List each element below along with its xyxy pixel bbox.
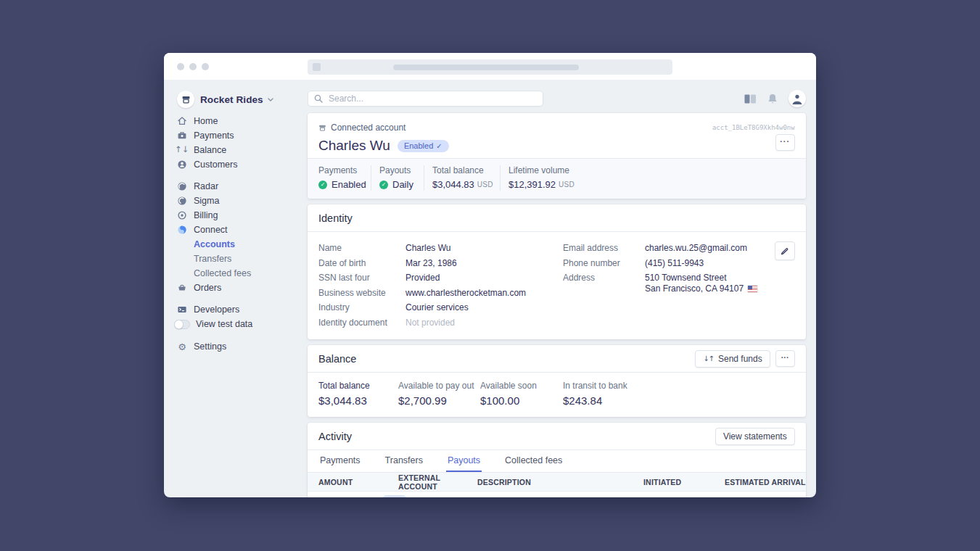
- bell-icon[interactable]: [767, 94, 778, 104]
- account-id: acct_1BLeT8G9Xkh4w0nw: [712, 124, 795, 131]
- url-text-placeholder: [393, 65, 579, 70]
- browser-chrome: [164, 53, 816, 80]
- sidebar-item-label: Radar: [194, 181, 218, 191]
- activity-card: Activity View statements Payments Transf…: [308, 423, 806, 497]
- sidebar-item-label: Orders: [194, 283, 221, 293]
- sidebar-item-label: Sigma: [194, 196, 219, 206]
- connect-icon: [177, 225, 187, 235]
- balance-stat-soon: Available soon $100.00: [480, 381, 563, 407]
- sidebar-item-label: Balance: [194, 145, 226, 155]
- activity-header: Activity View statements: [308, 423, 806, 450]
- identity-field-email: Email addresscharles.wu.25@gmail.com: [563, 241, 795, 257]
- sidebar-item-developers[interactable]: Developers: [177, 302, 308, 317]
- sidebar-item-balance[interactable]: ↑↓ Balance: [177, 143, 308, 157]
- edit-identity-button[interactable]: [775, 241, 795, 260]
- sidebar-item-home[interactable]: Home: [177, 114, 308, 128]
- stat-lifetime-volume: Lifetime volume $12,391.92USD: [500, 165, 575, 191]
- sidebar-item-label: Billing: [194, 210, 218, 220]
- identity-field-address: Address 510 Townsend Street San Francisc…: [563, 271, 795, 294]
- test-data-toggle[interactable]: [174, 320, 190, 329]
- window-minimize-button[interactable]: [189, 63, 197, 70]
- sidebar-item-collected-fees[interactable]: Collected fees: [177, 266, 308, 281]
- balance-stat-available: Available to pay out $2,700.99: [398, 381, 480, 407]
- sidebar-item-customers[interactable]: Customers: [177, 157, 308, 172]
- sidebar-item-label: Settings: [194, 341, 226, 352]
- user-avatar[interactable]: [788, 90, 806, 107]
- connected-account-card: Connected account acct_1BLeT8G9Xkh4w0nw …: [308, 113, 806, 199]
- window-zoom-button[interactable]: [202, 63, 209, 70]
- activity-tabs: Payments Transfers Payouts Collected fee…: [308, 450, 806, 473]
- status-badge: Enabled: [398, 140, 449, 152]
- sidebar-item-label: Transfers: [194, 254, 231, 264]
- identity-field-industry: IndustryCourier services: [318, 301, 563, 316]
- stat-payouts: Payouts Daily: [371, 165, 424, 191]
- sidebar-item-payments[interactable]: Payments: [177, 128, 308, 143]
- identity-body: NameCharles Wu Date of birthMar 23, 1986…: [308, 232, 806, 339]
- identity-field-website: Business websitewww.charlestherocketman.…: [318, 286, 563, 302]
- check-circle-icon: [318, 181, 327, 189]
- docs-book-icon[interactable]: [744, 94, 757, 104]
- currency-label: USD: [477, 179, 493, 191]
- send-funds-button[interactable]: ↓↑Send funds: [695, 350, 770, 368]
- tab-payments[interactable]: Payments: [318, 450, 362, 472]
- chevron-down-icon: [268, 98, 273, 102]
- sidebar-item-connect[interactable]: Connect: [177, 223, 308, 237]
- address-bar[interactable]: [308, 59, 672, 75]
- balance-stats: Total balance $3,044.83 Available to pay…: [308, 373, 806, 417]
- sidebar-item-view-test-data[interactable]: View test data: [177, 317, 308, 331]
- sidebar-item-billing[interactable]: Billing: [177, 208, 308, 223]
- check-circle-icon: [379, 181, 388, 189]
- balance-card: Balance ↓↑Send funds Total balance $3,04…: [308, 345, 806, 417]
- identity-field-ssn: SSN last fourProvided: [318, 271, 563, 286]
- rocket-rides-logo-icon: [177, 91, 194, 108]
- identity-field-dob: Date of birthMar 23, 1986: [318, 257, 563, 272]
- sidebar-item-accounts[interactable]: Accounts: [177, 237, 308, 252]
- sidebar-item-label: Connect: [194, 225, 228, 235]
- sidebar-item-label: Home: [194, 116, 218, 126]
- identity-field-phone: Phone number(415) 511-9943: [563, 257, 795, 272]
- storefront-icon: [318, 124, 326, 132]
- sidebar-item-sigma[interactable]: Sigma: [177, 194, 308, 208]
- sidebar-item-label: Customers: [194, 160, 237, 170]
- tab-payouts[interactable]: Payouts: [446, 450, 482, 472]
- main-content: Connected account acct_1BLeT8G9Xkh4w0nw …: [308, 80, 816, 497]
- payout-description: Dog-walking for 3/19: [477, 496, 643, 497]
- search-icon: [314, 94, 323, 103]
- window-close-button[interactable]: [177, 63, 184, 70]
- identity-field-document: Identity documentNot provided: [318, 316, 563, 331]
- toggle-knob: [174, 320, 184, 329]
- account-switcher[interactable]: Rocket Rides: [177, 91, 308, 108]
- favicon-placeholder: [313, 63, 321, 71]
- sidebar-item-label: Developers: [194, 304, 239, 315]
- sidebar-item-orders[interactable]: Orders: [177, 281, 308, 295]
- sidebar-item-label: Accounts: [194, 239, 235, 249]
- sidebar-item-label: Collected fees: [194, 268, 251, 278]
- identity-header: Identity: [308, 204, 806, 232]
- address-line-1: 510 Townsend Street: [645, 273, 727, 283]
- tab-collected-fees[interactable]: Collected fees: [503, 450, 564, 472]
- payout-amount: $183.45: [318, 496, 349, 497]
- sidebar-item-transfers[interactable]: Transfers: [177, 252, 308, 266]
- check-icon: [433, 141, 442, 150]
- sidebar: Rocket Rides Home Payments ↑↓ Balance Cu…: [164, 80, 308, 497]
- dashboard-app: Rocket Rides Home Payments ↑↓ Balance Cu…: [164, 80, 816, 497]
- transfer-arrows-icon: ↓↑: [703, 355, 714, 362]
- sigma-icon: [177, 196, 187, 206]
- search-input[interactable]: [327, 93, 537, 104]
- section-title: Balance: [318, 353, 356, 365]
- balance-overflow-button[interactable]: [775, 350, 795, 367]
- tab-transfers[interactable]: Transfers: [384, 450, 424, 472]
- section-title: Activity: [318, 431, 352, 442]
- billing-icon: [177, 210, 187, 220]
- currency-label: USD: [357, 496, 373, 497]
- topbar-actions: [744, 90, 806, 107]
- account-overflow-button[interactable]: [775, 134, 795, 151]
- balance-header: Balance ↓↑Send funds: [308, 345, 806, 373]
- table-row[interactable]: $183.45 USD Paid Chase •••• 4234 Dog-wal…: [308, 492, 806, 497]
- stat-total-balance: Total balance $3,044.83USD: [424, 165, 500, 191]
- view-statements-button[interactable]: View statements: [715, 428, 795, 445]
- sidebar-item-radar[interactable]: Radar: [177, 179, 308, 194]
- search-box[interactable]: [308, 91, 543, 107]
- sidebar-item-settings[interactable]: ⚙ Settings: [177, 339, 308, 354]
- developers-terminal-icon: [177, 304, 187, 315]
